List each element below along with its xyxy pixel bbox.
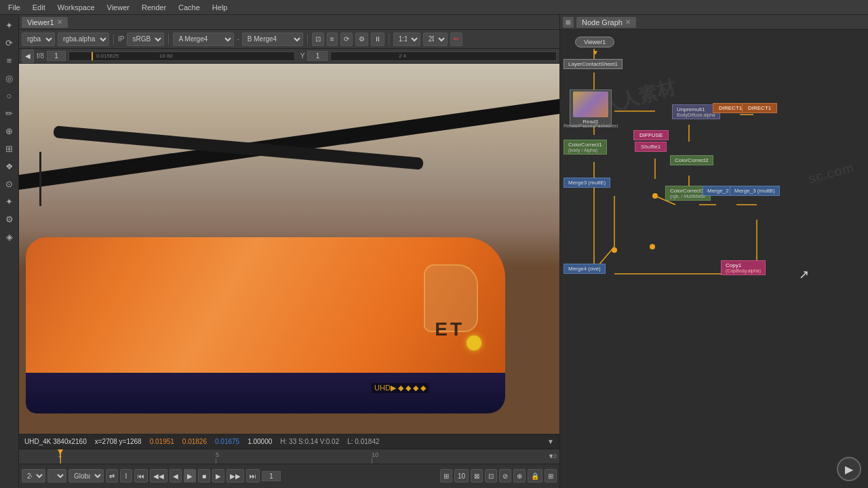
i-btn[interactable]: I: [120, 469, 132, 483]
scrub-val2: 10 60: [159, 53, 173, 59]
node-copy1[interactable]: Copy1 (CopBody.alpha): [721, 260, 766, 275]
y-input[interactable]: [307, 51, 328, 61]
icon-btn-4[interactable]: ⚙: [355, 33, 368, 46]
frame-num-input[interactable]: [262, 471, 281, 481]
menu-help[interactable]: Help: [207, 2, 233, 13]
node-shuffle1[interactable]: Shuffle1: [635, 142, 667, 152]
node-colorcorrect1[interactable]: ColorCorrect1 (body / Alpha): [564, 140, 607, 155]
node-merge3[interactable]: Merge_3 (multB): [730, 186, 780, 196]
node-cc2[interactable]: ColorCorrect2: [670, 155, 713, 165]
viewer-tab-close[interactable]: ✕: [57, 18, 62, 26]
nodegraph-tab-label: Node Graph: [582, 18, 623, 26]
node-read1[interactable]: Read1: [570, 89, 612, 127]
hud-text: UHD▶ ◆ ◆ ◆ ◆: [372, 383, 429, 393]
node-merge-left[interactable]: Merge3 (multE): [564, 178, 610, 188]
first-frame-btn[interactable]: ⏮: [134, 469, 148, 483]
heli-marking: ET: [435, 319, 465, 340]
sidebar-icon-8[interactable]: ❖: [2, 159, 17, 174]
node-graph[interactable]: 人人素材 sc.com: [560, 30, 868, 488]
colorspace-select[interactable]: sRGB: [127, 33, 164, 46]
sidebar-icon-4[interactable]: ○: [2, 88, 17, 103]
panel-icon[interactable]: ⊞: [563, 17, 574, 28]
viewer-tab[interactable]: Viewer1 ✕: [22, 17, 68, 28]
copy1-label: Copy1: [726, 262, 761, 268]
graph-play-btn[interactable]: ▶: [837, 457, 861, 481]
icon-btn-5[interactable]: ⏸: [371, 33, 384, 46]
merge-b-select[interactable]: B Merge4: [242, 33, 303, 46]
transport-btn-4[interactable]: ⊡: [485, 469, 497, 483]
nodegraph-tab-close[interactable]: ✕: [625, 18, 631, 26]
transport-btn-7[interactable]: 🔒: [528, 469, 542, 483]
sidebar-icon-5[interactable]: ✏: [2, 106, 17, 121]
ruler-expand[interactable]: ▼: [548, 453, 554, 460]
transport-btn-8[interactable]: ⊞: [545, 469, 557, 483]
sidebar-icon-9[interactable]: ⊙: [2, 176, 17, 191]
node-diffuse[interactable]: DIFFUSE: [633, 130, 669, 140]
play-btn[interactable]: ▶: [184, 469, 196, 483]
sidebar-icon-6[interactable]: ⊕: [2, 123, 17, 138]
viewer-scrubber: ◀ f/8 1 0.015625 10 60 Y 2 4: [19, 49, 559, 64]
frame-input[interactable]: 1: [47, 51, 66, 61]
info-expand[interactable]: ▼: [547, 438, 554, 445]
merge-dash: -: [237, 35, 239, 43]
channel-select[interactable]: rgba: [22, 33, 55, 46]
menu-render[interactable]: Render: [136, 2, 172, 13]
sidebar-icon-1[interactable]: ⟳: [2, 35, 17, 50]
timeline-ruler[interactable]: 1 1 5 10 10 ▼: [19, 449, 559, 464]
sidebar-icon-10[interactable]: ✦: [2, 194, 17, 209]
transport-btn-5[interactable]: ⊘: [499, 469, 511, 483]
sidebar-icon-2[interactable]: ≡: [2, 53, 17, 68]
cc2-label: ColorCorrect2: [675, 157, 709, 163]
sidebar-icon-12[interactable]: ◈: [2, 229, 17, 244]
last-frame-btn[interactable]: ⏭: [246, 469, 260, 483]
transport-btn-1[interactable]: ⊞: [440, 469, 452, 483]
y-scrubber-bar[interactable]: 2 4: [330, 52, 557, 61]
scrub-left-btn[interactable]: ◀: [22, 49, 34, 63]
direct2-label: DIRECT1: [748, 105, 771, 111]
nodegraph-tab[interactable]: Node Graph ✕: [576, 17, 636, 28]
viewer-canvas[interactable]: ET UHD▶ ◆ ◆ ◆ ◆: [19, 64, 559, 434]
node-viewer1[interactable]: Viewer1: [575, 37, 614, 47]
menu-edit[interactable]: Edit: [27, 2, 51, 13]
val3-info: 0.01675: [215, 438, 239, 445]
shuffle-btn[interactable]: ⇄: [106, 469, 118, 483]
sidebar-icon-3[interactable]: ◎: [2, 70, 17, 85]
node-contactsheet[interactable]: LayerContactSheet1: [564, 59, 623, 69]
sidebar-icon-0[interactable]: ✦: [2, 18, 17, 33]
icon-btn-2[interactable]: ≡: [327, 33, 338, 46]
node-direct2[interactable]: DIRECT1: [742, 103, 777, 113]
next-key-btn[interactable]: ▶▶: [226, 469, 244, 483]
prev-frame-btn[interactable]: ◀: [170, 469, 182, 483]
resolution-info: UHD_4K 3840x2160: [24, 438, 87, 445]
prev-key-btn[interactable]: ◀◀: [150, 469, 167, 483]
fps-select[interactable]: 24*: [22, 469, 45, 483]
tf-select[interactable]: TF: [47, 469, 66, 483]
sidebar-icon-7[interactable]: ⊞: [2, 141, 17, 156]
paint-btn[interactable]: ✏: [450, 33, 462, 46]
transport-btn-6[interactable]: ⊕: [513, 469, 526, 483]
mode-select[interactable]: 2D: [423, 33, 448, 46]
viewer-bottom-info: UHD_4K 3840x2160 x=2708 y=1268 0.01951 0…: [19, 434, 559, 449]
menu-workspace[interactable]: Workspace: [52, 2, 100, 13]
menu-cache[interactable]: Cache: [173, 2, 205, 13]
read1-thumbnail: [573, 92, 608, 117]
merge4-left-label: Merge4 (ove): [568, 266, 601, 272]
stop-btn[interactable]: ■: [198, 469, 210, 483]
menu-viewer[interactable]: Viewer: [102, 2, 135, 13]
shuffle1-label: Shuffle1: [641, 144, 660, 150]
heli-light: [467, 336, 481, 350]
menu-file[interactable]: File: [3, 2, 26, 13]
watermark-2: sc.com: [806, 159, 856, 186]
global-select[interactable]: Global: [68, 469, 104, 483]
icon-btn-3[interactable]: ⟳: [340, 33, 353, 46]
merge-a-select[interactable]: A Merge4: [173, 33, 234, 46]
node-merge4-left[interactable]: Merge4 (ove): [564, 264, 606, 274]
next-frame-btn[interactable]: ▶: [212, 469, 224, 483]
icon-btn-1[interactable]: ⊡: [312, 33, 324, 46]
transport-btn-2[interactable]: 10: [454, 469, 469, 483]
zoom-select[interactable]: 1:1: [393, 33, 420, 46]
alpha-select[interactable]: rgba.alpha: [58, 33, 109, 46]
sidebar-icon-11[interactable]: ⚙: [2, 211, 17, 226]
transport-btn-3[interactable]: ⊠: [471, 469, 483, 483]
scrubber-bar[interactable]: 0.015625 10 60: [68, 52, 295, 61]
